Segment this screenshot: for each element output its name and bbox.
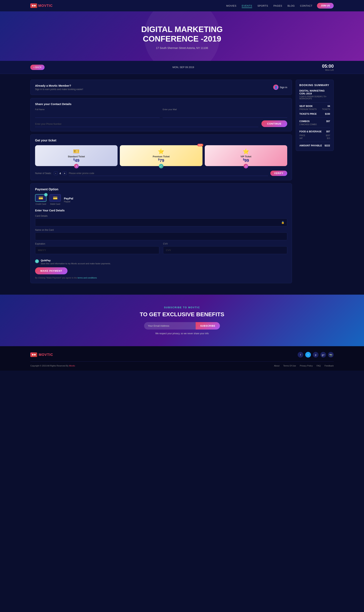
fullname-input[interactable] bbox=[35, 112, 160, 118]
back-button[interactable]: < BACK bbox=[30, 65, 45, 70]
credit-card-method[interactable]: ✓ 💳 Credit Card bbox=[35, 194, 46, 205]
quikpay-checkbox[interactable]: ✓ bbox=[35, 259, 39, 263]
tickets-price-value: $150 bbox=[325, 113, 330, 115]
hero-title: DIGITAL MARKETINGCONFERENCE -2019 bbox=[4, 25, 360, 44]
amount-label: AMOUNT PAYABLE bbox=[299, 144, 322, 147]
join-button[interactable]: JOIN US bbox=[317, 3, 334, 9]
promo-input[interactable] bbox=[69, 171, 268, 176]
timer-label: Mins Left bbox=[322, 69, 334, 71]
summary-seat-section: SEAT BOOK 04 PRENIUM TICKETS TICKETS bbox=[299, 105, 330, 110]
footer-logo[interactable]: MOVTIC bbox=[30, 352, 53, 357]
tickets-row: 🎫 Standard Ticket $49 + HOT ⭐ Premium Ti… bbox=[35, 145, 287, 166]
premium-ticket[interactable]: HOT ⭐ Premium Ticket $79 ✓ bbox=[120, 145, 202, 166]
terms-text: By Clicking "Make Payment" you agree to … bbox=[35, 277, 287, 279]
email-group: Enter your Mail bbox=[163, 108, 287, 118]
standard-ticket[interactable]: 🎫 Standard Ticket $49 + bbox=[35, 145, 117, 166]
email-input[interactable] bbox=[163, 112, 287, 118]
card-number-field[interactable]: 🔒 bbox=[35, 218, 287, 226]
ticket-section-title: Get your ticket bbox=[35, 139, 287, 142]
instagram-icon[interactable]: 📷 bbox=[328, 352, 334, 358]
footer-bottom: Copyright © 2019.All Rights Reserved By … bbox=[30, 365, 334, 367]
seats-count: 4 bbox=[60, 172, 61, 175]
subscribe-email-input[interactable] bbox=[144, 322, 196, 329]
contact-form-row2: CONTINUE bbox=[35, 120, 287, 127]
card-details-title: Enter Your Card Details bbox=[35, 209, 287, 212]
card-details-label: Card Details bbox=[35, 215, 287, 217]
countdown-timer: 05:00 Mins Left bbox=[322, 64, 334, 71]
nav-sports[interactable]: SPORTS bbox=[258, 4, 268, 7]
left-column: Already a Movtic Member? Sign in to earn… bbox=[30, 80, 292, 283]
seat-book-value: 04 bbox=[328, 105, 330, 107]
logo-text: MOVTIC bbox=[38, 4, 53, 8]
expiry-input[interactable] bbox=[38, 249, 156, 252]
nav-events[interactable]: EVENTS bbox=[242, 4, 252, 8]
phone-input[interactable] bbox=[35, 121, 258, 127]
nav-pages[interactable]: PAGES bbox=[273, 4, 282, 7]
footer-privacy[interactable]: Privacy Policy bbox=[300, 365, 313, 367]
cvv-input[interactable] bbox=[166, 249, 284, 252]
price-vat-section: PRICE $207 VAT $15 bbox=[299, 134, 330, 139]
footer-about[interactable]: About bbox=[274, 365, 279, 367]
pinterest-icon[interactable]: p bbox=[313, 352, 318, 358]
debit-card-method[interactable]: 💳 Debit Card bbox=[50, 194, 61, 205]
cvv-group: CVV bbox=[163, 243, 287, 256]
standard-ticket-name: Standard Ticket bbox=[68, 155, 85, 158]
brand-link[interactable]: Movtic bbox=[69, 365, 75, 367]
member-info: Already a Movtic Member? Sign in to earn… bbox=[35, 84, 83, 91]
premium-ticket-check-btn[interactable]: ✓ bbox=[159, 164, 163, 168]
footer-terms[interactable]: Terms Of Use bbox=[283, 365, 296, 367]
name-on-card-field[interactable] bbox=[35, 233, 287, 240]
quikpay-title: QuikPay bbox=[41, 259, 111, 262]
terms-link[interactable]: terms and conditions bbox=[78, 277, 97, 279]
ticket-section-card: Get your ticket 🎫 Standard Ticket $49 + … bbox=[30, 134, 292, 180]
quikpay-subtitle: Save this card information to my Movtic … bbox=[41, 262, 111, 265]
facebook-icon[interactable]: f bbox=[298, 352, 303, 358]
fullname-label: Full Name bbox=[35, 108, 160, 111]
paypal-method[interactable]: PayPal Paypal bbox=[64, 197, 73, 203]
subscribe-button[interactable]: SUBSCRIBE bbox=[196, 322, 220, 329]
food-label: FOOD & BEVERAGE bbox=[299, 130, 322, 133]
hot-badge: HOT bbox=[197, 144, 203, 146]
vip-ticket[interactable]: ⭐ VIP Ticket $99 + bbox=[205, 145, 287, 166]
fullname-group: Full Name bbox=[35, 108, 160, 118]
debit-card-icon: 💳 bbox=[50, 194, 61, 202]
logo[interactable]: MOVTIC bbox=[30, 3, 53, 8]
seats-plus-btn[interactable]: + bbox=[63, 171, 66, 175]
user-icon: 👤 bbox=[273, 85, 278, 90]
booking-summary-card: BOOKING SUMMARY DIGITAL MARKETING CON.-2… bbox=[296, 80, 334, 151]
name-on-card-input[interactable] bbox=[38, 235, 284, 238]
vip-ticket-price: $99 bbox=[243, 158, 249, 163]
twitter-icon[interactable]: t bbox=[305, 352, 311, 358]
make-payment-button[interactable]: MAKE PAYMENT bbox=[35, 267, 67, 274]
date-bar: < BACK MON, SEP 09 2019 05:00 Mins Left bbox=[0, 61, 364, 74]
footer-links: About Terms Of Use Privacy Policy FAQ Fe… bbox=[274, 365, 334, 367]
expiry-field[interactable] bbox=[35, 246, 159, 254]
nav-movies[interactable]: MOVIES bbox=[226, 4, 236, 7]
continue-button[interactable]: CONTINUE bbox=[261, 120, 287, 127]
footer-logo-text: MOVTIC bbox=[39, 353, 53, 357]
email-label: Enter your Mail bbox=[163, 108, 287, 111]
right-column: BOOKING SUMMARY DIGITAL MARKETING CON.-2… bbox=[296, 80, 334, 151]
copyright-text: Copyright © 2019.All Rights Reserved By … bbox=[30, 365, 75, 367]
vat-value: $15 bbox=[327, 137, 330, 139]
debit-card-label: Debit Card bbox=[50, 203, 60, 205]
vip-ticket-add-btn[interactable]: + bbox=[244, 164, 248, 168]
standard-ticket-add-btn[interactable]: + bbox=[74, 164, 79, 168]
standard-ticket-price: $49 bbox=[73, 158, 79, 163]
credit-card-label: Credit Card bbox=[36, 203, 46, 205]
price-row: PRICE $207 bbox=[299, 134, 330, 137]
combos-label: COMBOS bbox=[299, 120, 310, 123]
nav-blog[interactable]: BLOG bbox=[287, 4, 295, 7]
card-number-input[interactable] bbox=[38, 221, 281, 224]
footer-feedback[interactable]: Feedback bbox=[325, 365, 334, 367]
verify-button[interactable]: VERIFY bbox=[270, 171, 287, 176]
amount-value: $222 bbox=[325, 144, 330, 147]
member-card: Already a Movtic Member? Sign in to earn… bbox=[30, 80, 292, 95]
sign-in-link[interactable]: 👤 Sign in bbox=[273, 85, 287, 90]
cvv-field[interactable] bbox=[163, 246, 287, 254]
seat-book-sub-row: PRENIUM TICKETS TICKETS bbox=[299, 108, 330, 110]
nav-contact[interactable]: CONTACT bbox=[300, 4, 312, 7]
googleplus-icon[interactable]: g+ bbox=[320, 352, 326, 358]
footer-faq[interactable]: FAQ bbox=[317, 365, 321, 367]
seats-minus-btn[interactable]: - bbox=[54, 171, 58, 175]
